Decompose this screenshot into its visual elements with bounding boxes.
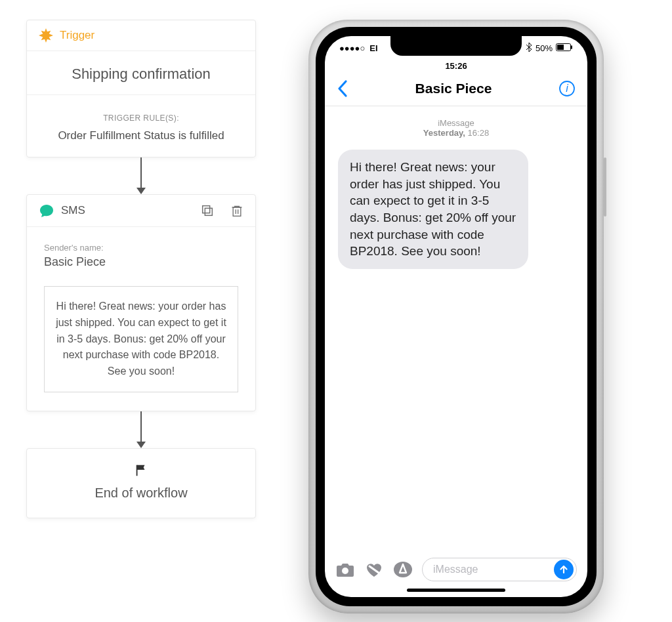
trigger-card-header: Trigger bbox=[27, 20, 255, 51]
sms-card-header: SMS bbox=[27, 195, 255, 227]
bluetooth-icon bbox=[526, 43, 532, 54]
info-icon[interactable]: i bbox=[558, 80, 576, 97]
sms-header-label: SMS bbox=[61, 204, 85, 217]
svg-rect-1 bbox=[203, 206, 210, 213]
svg-rect-0 bbox=[205, 208, 212, 215]
svg-rect-2 bbox=[233, 207, 241, 216]
battery-icon bbox=[556, 43, 573, 53]
incoming-message-bubble[interactable]: Hi there! Great news: your order has jus… bbox=[338, 150, 528, 269]
trigger-rules-label: TRIGGER RULE(S): bbox=[45, 114, 237, 123]
message-placeholder: iMessage bbox=[433, 564, 478, 575]
trigger-card-body: Shipping confirmation TRIGGER RULE(S): O… bbox=[27, 51, 255, 157]
arrow-down-icon bbox=[136, 157, 146, 194]
starburst-icon bbox=[39, 28, 53, 43]
svg-text:i: i bbox=[566, 83, 568, 94]
svg-rect-4 bbox=[557, 45, 564, 50]
chat-bubble-icon bbox=[39, 203, 54, 218]
camera-icon[interactable] bbox=[335, 562, 355, 577]
chat-thread: iMessage Yesterday, 16:28 Hi there! Grea… bbox=[325, 106, 587, 551]
status-time: 15:26 bbox=[445, 61, 467, 71]
chat-navbar: Basic Piece i bbox=[325, 75, 587, 106]
end-of-workflow-label: End of workflow bbox=[33, 486, 249, 501]
thread-day: Yesterday, bbox=[423, 128, 465, 138]
sender-name-value: Basic Piece bbox=[44, 255, 238, 269]
signal-dots-icon: ●●●●○ bbox=[339, 43, 365, 53]
home-indicator[interactable] bbox=[407, 589, 505, 592]
iphone-mockup: ●●●●○ EI 15:26 ☾ 50% bbox=[308, 20, 604, 613]
message-input[interactable]: iMessage bbox=[422, 558, 577, 581]
sender-name-label: Sender's name: bbox=[44, 243, 238, 253]
battery-percent: 50% bbox=[536, 43, 553, 53]
carrier-label: EI bbox=[369, 43, 377, 53]
finish-flag-icon bbox=[134, 463, 148, 478]
sms-message-preview[interactable]: Hi there! Great news: your order has jus… bbox=[44, 286, 238, 392]
end-of-workflow-card: End of workflow bbox=[26, 448, 256, 518]
svg-point-8 bbox=[342, 568, 348, 574]
trigger-card[interactable]: Trigger Shipping confirmation TRIGGER RU… bbox=[26, 20, 256, 157]
svg-rect-5 bbox=[571, 45, 572, 49]
send-button[interactable] bbox=[554, 560, 574, 579]
heart-draw-icon[interactable] bbox=[364, 561, 384, 578]
trash-icon[interactable] bbox=[230, 203, 243, 218]
thread-channel: iMessage bbox=[338, 118, 574, 128]
trigger-rule-text: Order Fulfillment Status is fulfilled bbox=[45, 129, 237, 142]
copy-icon[interactable] bbox=[200, 203, 215, 218]
appstore-icon[interactable] bbox=[393, 560, 413, 579]
workflow-column: Trigger Shipping confirmation TRIGGER RU… bbox=[26, 20, 256, 518]
trigger-header-label: Trigger bbox=[60, 29, 94, 42]
sms-card[interactable]: SMS Sender's name: Basic Piece Hi there!… bbox=[26, 194, 256, 411]
arrow-down-icon bbox=[136, 411, 146, 448]
thread-time: 16:28 bbox=[468, 128, 490, 138]
back-chevron-icon[interactable] bbox=[337, 79, 348, 98]
thread-meta: iMessage Yesterday, 16:28 bbox=[338, 118, 574, 138]
chat-title: Basic Piece bbox=[415, 81, 492, 96]
phone-notch bbox=[390, 36, 522, 56]
trigger-title: Shipping confirmation bbox=[45, 66, 237, 83]
